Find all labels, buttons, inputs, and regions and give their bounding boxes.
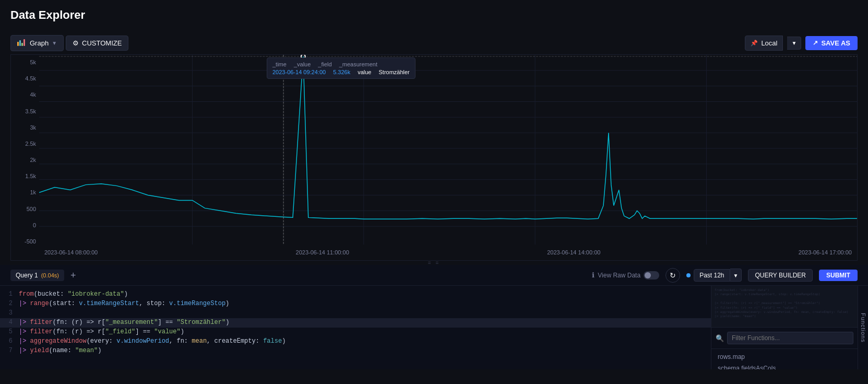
view-raw-toggle[interactable] <box>644 271 659 280</box>
y-label-1k: 1k <box>30 189 36 195</box>
query-tabs-bar: Query 1 (0.04s) + ℹ View Raw Data ↻ Past… <box>0 265 868 286</box>
page-title: Data Explorer <box>10 8 858 22</box>
search-icon: 🔍 <box>716 334 724 342</box>
local-button[interactable]: 📌 Local <box>745 36 783 51</box>
main-toolbar: Graph ▼ ⚙ CUSTOMIZE 📌 Local ▼ ↗ SAVE AS <box>0 31 868 54</box>
query-tab-label: Query 1 <box>16 272 38 279</box>
save-icon: ↗ <box>813 39 818 46</box>
resize-handle[interactable]: = = <box>0 261 868 265</box>
add-query-button[interactable]: + <box>68 271 78 280</box>
x-label-2: 2023-06-14 11:00:00 <box>296 249 349 255</box>
save-as-label: SAVE AS <box>821 39 850 47</box>
app-header: Data Explorer <box>0 0 868 31</box>
y-label-15k: 1.5k <box>25 173 36 179</box>
x-label-3: 2023-06-14 14:00:00 <box>547 249 600 255</box>
local-dropdown-button[interactable]: ▼ <box>787 37 801 50</box>
svg-rect-0 <box>17 42 19 46</box>
x-axis-labels: 2023-06-14 08:00:00 2023-06-14 11:00:00 … <box>39 245 857 260</box>
toggle-dot <box>645 272 651 278</box>
code-line-6: 6 |> aggregateWindow(every: v.windowPeri… <box>0 337 711 346</box>
toolbar-right: 📌 Local ▼ ↗ SAVE AS <box>745 36 858 51</box>
y-label-4k: 4k <box>30 91 36 98</box>
functions-tab-label: Functions <box>860 313 866 343</box>
time-range-chevron-icon: ▼ <box>733 273 739 278</box>
save-as-button[interactable]: ↗ SAVE AS <box>805 36 858 50</box>
time-range-dropdown-button[interactable]: ▼ <box>730 269 742 282</box>
time-range-label: Past 12h <box>699 272 724 279</box>
code-line-1: 1 from(bucket: "iobroker-data") <box>0 290 711 299</box>
gear-icon: ⚙ <box>73 39 79 47</box>
graph-icon <box>17 39 27 48</box>
right-panel: from(bucket: "iobroker-data") |> range(s… <box>711 286 858 369</box>
y-label-35k: 3.5k <box>25 108 36 114</box>
toolbar-left: Graph ▼ ⚙ CUSTOMIZE <box>10 35 128 51</box>
time-range-button[interactable]: Past 12h <box>694 269 730 282</box>
info-icon: ℹ <box>592 271 594 279</box>
y-label-neg500: -500 <box>25 238 36 245</box>
svg-rect-3 <box>23 39 25 46</box>
dropdown-arrow-icon: ▼ <box>791 40 796 46</box>
refresh-icon: ↻ <box>670 271 676 280</box>
minimap-content: from(bucket: "iobroker-data") |> range(s… <box>711 286 858 321</box>
graph-type-button[interactable]: Graph ▼ <box>10 35 64 51</box>
query-builder-label: QUERY BUILDER <box>755 272 806 279</box>
submit-button[interactable]: SUBMIT <box>819 270 858 281</box>
graph-chevron-icon: ▼ <box>52 40 57 46</box>
code-line-4: 4 |> filter(fn: (r) => r["_measurement"]… <box>0 318 711 328</box>
x-label-1: 2023-06-14 08:00:00 <box>44 249 98 255</box>
function-item-rows-map[interactable]: rows.map <box>711 351 858 363</box>
y-label-2k: 2k <box>30 157 36 163</box>
graph-label: Graph <box>30 39 49 47</box>
submit-label: SUBMIT <box>826 272 850 279</box>
query-builder-button[interactable]: QUERY BUILDER <box>748 269 813 282</box>
time-range-container: Past 12h ▼ <box>686 269 742 282</box>
dot-indicator <box>686 273 691 277</box>
code-line-3: 3 <box>0 309 711 318</box>
code-line-5: 5 |> filter(fn: (r) => r["_field"] == "v… <box>0 328 711 337</box>
y-label-3k: 3k <box>30 124 36 131</box>
functions-tab[interactable]: Functions <box>858 286 868 369</box>
y-axis-labels: 5k 4.5k 4k 3.5k 3k 2.5k 2k 1.5k 1k 500 0… <box>11 55 39 245</box>
resize-dots-icon: = = <box>428 260 440 266</box>
editor-area: 1 from(bucket: "iobroker-data") 2 |> ran… <box>0 286 868 369</box>
customize-label: CUSTOMIZE <box>82 39 122 47</box>
view-raw-data-toggle-container: ℹ View Raw Data <box>592 271 659 280</box>
code-minimap: from(bucket: "iobroker-data") |> range(s… <box>711 286 858 328</box>
query-tab-1[interactable]: Query 1 (0.04s) <box>10 270 64 281</box>
x-label-4: 2023-06-14 17:00:00 <box>799 249 852 255</box>
code-line-7: 7 |> yield(name: "mean") <box>0 346 711 356</box>
y-label-5k: 5k <box>30 59 36 65</box>
view-raw-label: View Raw Data <box>598 272 640 279</box>
customize-button[interactable]: ⚙ CUSTOMIZE <box>66 36 128 51</box>
chart-plot[interactable] <box>39 55 857 245</box>
y-label-25k: 2.5k <box>25 141 36 147</box>
svg-rect-2 <box>21 43 23 46</box>
local-label: Local <box>761 39 777 47</box>
y-label-0: 0 <box>33 222 36 228</box>
search-functions-bar: 🔍 <box>711 328 858 349</box>
function-item-schema-fields[interactable]: schema.fieldsAsCols <box>711 363 858 369</box>
code-editor[interactable]: 1 from(bucket: "iobroker-data") 2 |> ran… <box>0 286 711 369</box>
y-label-500: 500 <box>27 206 36 212</box>
functions-list: rows.map schema.fieldsAsCols <box>711 349 858 369</box>
query-tab-time: (0.04s) <box>41 272 59 278</box>
pin-icon: 📌 <box>751 40 758 46</box>
code-line-2: 2 |> range(start: v.timeRangeStart, stop… <box>0 299 711 309</box>
refresh-button[interactable]: ↻ <box>665 268 680 283</box>
y-label-45k: 4.5k <box>25 75 36 82</box>
filter-functions-input[interactable] <box>727 332 853 344</box>
query-controls-right: ℹ View Raw Data ↻ Past 12h ▼ QUERY BUILD… <box>592 268 858 283</box>
svg-rect-1 <box>19 40 21 46</box>
chart-container[interactable]: 5k 4.5k 4k 3.5k 3k 2.5k 2k 1.5k 1k 500 0… <box>10 54 858 261</box>
